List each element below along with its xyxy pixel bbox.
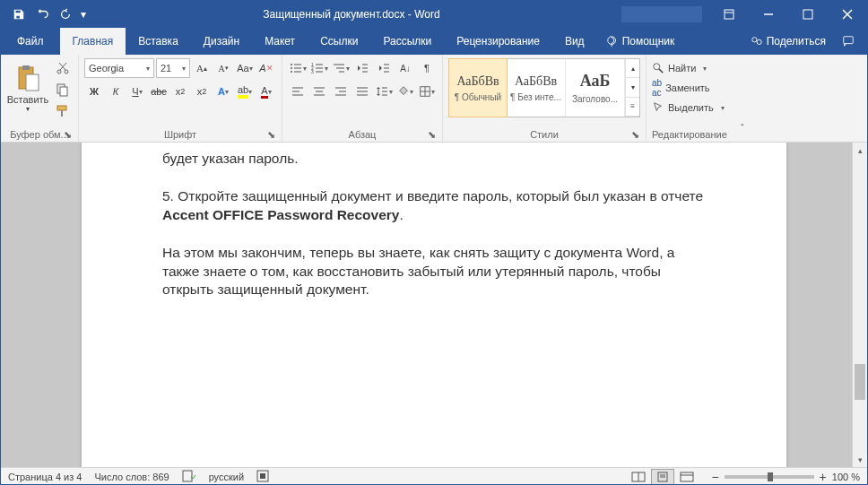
italic-icon[interactable]: К bbox=[106, 82, 126, 101]
zoom-out-icon[interactable]: − bbox=[711, 470, 718, 484]
align-right-icon[interactable] bbox=[331, 82, 351, 101]
justify-icon[interactable] bbox=[352, 82, 372, 101]
svg-rect-10 bbox=[22, 65, 30, 70]
tab-mailings[interactable]: Рассылки bbox=[370, 28, 444, 55]
tab-review[interactable]: Рецензирование bbox=[444, 28, 552, 55]
statusbar: Страница 4 из 4 Число слов: 869 русский … bbox=[1, 467, 867, 485]
close-icon[interactable] bbox=[828, 1, 867, 28]
increase-indent-icon[interactable] bbox=[374, 58, 394, 78]
tab-design[interactable]: Дизайн bbox=[191, 28, 252, 55]
svg-text:3: 3 bbox=[311, 69, 314, 74]
style-no-spacing[interactable]: АаБбВв ¶ Без инте... bbox=[507, 59, 566, 117]
style-normal[interactable]: АаБбВв ¶ Обычный bbox=[448, 58, 508, 117]
subscript-icon[interactable]: x2 bbox=[170, 82, 190, 101]
print-layout-icon[interactable] bbox=[651, 469, 674, 485]
underline-icon[interactable]: Ч▾ bbox=[127, 82, 147, 101]
scroll-down-icon[interactable]: ▾ bbox=[853, 452, 867, 467]
clipboard-launcher-icon[interactable]: ⬊ bbox=[62, 129, 73, 140]
style-heading1[interactable]: АаБ Заголово... bbox=[566, 59, 625, 117]
format-painter-icon[interactable] bbox=[53, 101, 73, 121]
styles-launcher-icon[interactable]: ⬊ bbox=[629, 129, 640, 140]
scroll-up-icon[interactable]: ▴ bbox=[853, 143, 867, 158]
tab-file[interactable]: Файл bbox=[1, 28, 60, 55]
decrease-indent-icon[interactable] bbox=[352, 58, 372, 78]
bullets-icon[interactable]: ▾ bbox=[288, 58, 308, 78]
vertical-scrollbar[interactable]: ▴ ▾ bbox=[852, 143, 867, 467]
window-controls bbox=[709, 1, 867, 28]
page-indicator[interactable]: Страница 4 из 4 bbox=[8, 472, 82, 482]
paste-button[interactable]: Вставить ▾ bbox=[6, 58, 49, 117]
tab-insert[interactable]: Вставка bbox=[126, 28, 191, 55]
zoom-in-icon[interactable]: + bbox=[820, 470, 827, 484]
borders-icon[interactable]: ▾ bbox=[417, 82, 437, 101]
group-font-label: Шрифт⬊ bbox=[84, 127, 276, 140]
quick-access-toolbar: ▾ bbox=[1, 4, 89, 25]
font-launcher-icon[interactable]: ⬊ bbox=[265, 129, 276, 140]
style-expand-icon[interactable]: ≡ bbox=[626, 98, 639, 117]
macro-icon[interactable] bbox=[256, 470, 269, 484]
save-icon[interactable] bbox=[8, 4, 30, 25]
redo-icon[interactable] bbox=[55, 4, 76, 25]
font-size-combo[interactable]: 21▾ bbox=[156, 58, 190, 78]
superscript-icon[interactable]: x2 bbox=[192, 82, 212, 101]
ribbon-display-icon[interactable] bbox=[709, 1, 749, 28]
tab-references[interactable]: Ссылки bbox=[308, 28, 370, 55]
undo-icon[interactable] bbox=[31, 4, 53, 25]
text-effects-icon[interactable]: A▾ bbox=[213, 82, 233, 101]
find-button[interactable]: Найти▾ bbox=[652, 58, 707, 78]
share-button[interactable]: Поделиться bbox=[743, 35, 833, 48]
comments-icon[interactable] bbox=[838, 31, 858, 51]
minimize-icon[interactable] bbox=[749, 1, 788, 28]
line-spacing-icon[interactable]: ▾ bbox=[374, 82, 394, 101]
grow-font-icon[interactable]: A▴ bbox=[192, 58, 212, 78]
strikethrough-icon[interactable]: abc bbox=[149, 82, 169, 101]
font-name-combo[interactable]: Georgia▾ bbox=[84, 58, 154, 78]
document-area: будет указан пароль. 5. Откройте защищен… bbox=[1, 143, 867, 467]
style-scroll-down-icon[interactable]: ▾ bbox=[626, 78, 639, 97]
tab-home[interactable]: Главная bbox=[60, 28, 126, 55]
tell-me[interactable]: Помощник bbox=[597, 28, 684, 55]
font-color-icon[interactable]: A▾ bbox=[256, 82, 276, 101]
bold-icon[interactable]: Ж bbox=[84, 82, 104, 101]
collapse-ribbon-icon[interactable]: ˆ bbox=[733, 118, 752, 138]
svg-rect-0 bbox=[725, 10, 733, 19]
svg-rect-3 bbox=[803, 10, 812, 19]
zoom-level[interactable]: 100 % bbox=[832, 472, 860, 482]
spell-check-icon[interactable] bbox=[182, 470, 196, 484]
read-mode-icon[interactable] bbox=[627, 469, 650, 485]
scroll-thumb[interactable] bbox=[855, 364, 865, 400]
svg-rect-15 bbox=[60, 87, 67, 96]
replace-button[interactable]: abacЗаменить bbox=[652, 78, 710, 98]
word-count[interactable]: Число слов: 869 bbox=[94, 472, 169, 482]
paragraph-launcher-icon[interactable]: ⬊ bbox=[426, 129, 437, 140]
shrink-font-icon[interactable]: A▾ bbox=[213, 58, 233, 78]
group-styles-label: Стили⬊ bbox=[448, 127, 640, 140]
web-layout-icon[interactable] bbox=[675, 469, 699, 485]
show-marks-icon[interactable]: ¶ bbox=[417, 58, 437, 78]
numbering-icon[interactable]: 123▾ bbox=[309, 58, 329, 78]
clear-formatting-icon[interactable]: A✕ bbox=[256, 58, 276, 78]
tab-view[interactable]: Вид bbox=[552, 28, 597, 55]
paste-label: Вставить bbox=[7, 94, 49, 105]
tab-layout[interactable]: Макет bbox=[252, 28, 308, 55]
language-indicator[interactable]: русский bbox=[209, 472, 244, 482]
page[interactable]: будет указан пароль. 5. Откройте защищен… bbox=[82, 143, 786, 467]
style-scroll-up-icon[interactable]: ▴ bbox=[626, 59, 639, 78]
select-button[interactable]: Выделить▾ bbox=[652, 98, 725, 117]
multilevel-list-icon[interactable]: ▾ bbox=[331, 58, 351, 78]
sort-icon[interactable]: A↓ bbox=[395, 58, 415, 78]
tell-me-label: Помощник bbox=[622, 35, 675, 48]
align-left-icon[interactable] bbox=[288, 82, 308, 101]
highlight-icon[interactable]: ab▾ bbox=[235, 82, 255, 101]
cut-icon[interactable] bbox=[53, 58, 73, 78]
zoom-slider[interactable] bbox=[725, 475, 814, 479]
qat-customize-icon[interactable]: ▾ bbox=[78, 4, 89, 25]
change-case-icon[interactable]: Aa▾ bbox=[235, 58, 255, 78]
account-area[interactable] bbox=[621, 6, 702, 22]
copy-icon[interactable] bbox=[53, 80, 73, 100]
group-editing-label: Редактирование bbox=[652, 127, 727, 140]
align-center-icon[interactable] bbox=[309, 82, 329, 101]
doc-text: будет указан пароль. bbox=[162, 150, 706, 169]
shading-icon[interactable]: ▾ bbox=[395, 82, 415, 101]
maximize-icon[interactable] bbox=[788, 1, 828, 28]
